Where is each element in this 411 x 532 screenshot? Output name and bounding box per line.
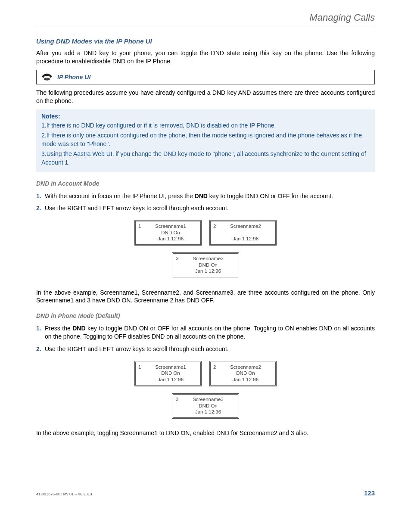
account-mode-heading: DND in Account Mode xyxy=(36,180,375,187)
screen-time: Jan 1 12:96 xyxy=(143,236,198,242)
screen-name: Screenname1 xyxy=(143,223,198,229)
screen-box: 2 Screenname2 DND On Jan 1 12:96 xyxy=(209,361,277,386)
step-item: 1. With the account in focus on the IP P… xyxy=(36,192,375,200)
screen-index: 2 xyxy=(213,364,218,383)
screen-dnd: DND On xyxy=(143,230,198,236)
screen-name: Screenname1 xyxy=(143,364,198,370)
step-text: Use the RIGHT and LEFT arrow keys to scr… xyxy=(45,345,375,353)
step-item: 2. Use the RIGHT and LEFT arrow keys to … xyxy=(36,345,375,353)
step-text: Press the DND key to toggle DND ON or OF… xyxy=(45,324,375,341)
phone-mode-caption: In the above example, toggling Screennam… xyxy=(36,429,375,437)
screen-box: 2 Screenname2 Jan 1 12:96 xyxy=(209,220,277,246)
page-footer: 41-001376-00 Rev 01 – 06.2013 123 xyxy=(36,489,375,497)
screen-index: 1 xyxy=(138,223,143,242)
footer-doc-id: 41-001376-00 Rev 01 – 06.2013 xyxy=(36,492,92,496)
svg-rect-1 xyxy=(46,78,48,79)
screen-box: 3 Screenname3 DND On Jan 1 12:96 xyxy=(172,252,239,278)
screen-time: Jan 1 12:96 xyxy=(218,376,273,383)
ip-phone-ui-box: IP Phone UI xyxy=(36,70,375,84)
footer-page-number: 123 xyxy=(364,489,375,497)
screen-dnd: DND On xyxy=(143,370,198,376)
screen-index: 2 xyxy=(213,223,218,242)
screen-time: Jan 1 12:96 xyxy=(143,376,198,383)
notes-box: Notes: 1.If there is no DND key configur… xyxy=(36,109,375,172)
step-number: 2. xyxy=(36,345,45,353)
screen-time: Jan 1 12:96 xyxy=(181,268,235,274)
intro-paragraph: After you add a DND key to your phone, y… xyxy=(36,49,375,65)
phone-mode-heading: DND in Phone Mode (Default) xyxy=(36,312,375,319)
ip-phone-ui-label: IP Phone UI xyxy=(57,74,90,81)
screen-box: 1 Screenname1 DND On Jan 1 12:96 xyxy=(134,361,202,386)
step-number: 2. xyxy=(36,204,45,212)
notes-item: 2.If there is only one account configure… xyxy=(41,131,370,148)
screen-name: Screenname3 xyxy=(181,255,235,261)
step-item: 2. Use the RIGHT and LEFT arrow keys to … xyxy=(36,204,375,212)
screen-box: 1 Screenname1 DND On Jan 1 12:96 xyxy=(134,220,202,246)
assume-paragraph: The following procedures assume you have… xyxy=(36,89,375,105)
screen-box: 3 Screenname3 DND On Jan 1 12:96 xyxy=(172,393,239,419)
screen-dnd: DND On xyxy=(181,262,235,268)
screen-index: 3 xyxy=(176,255,181,274)
header-rule xyxy=(36,27,375,27)
screen-name: Screenname2 xyxy=(218,223,273,229)
screen-index: 1 xyxy=(138,364,143,383)
step-text: With the account in focus on the IP Phon… xyxy=(45,192,375,200)
account-mode-screens: 1 Screenname1 DND On Jan 1 12:96 2 Scree… xyxy=(36,220,375,278)
screen-name: Screenname3 xyxy=(181,396,235,402)
step-item: 1. Press the DND key to toggle DND ON or… xyxy=(36,324,375,341)
notes-item: 3.Using the Aastra Web UI, if you change… xyxy=(41,150,370,167)
phone-icon xyxy=(41,73,53,81)
screen-time: Jan 1 12:96 xyxy=(181,409,235,415)
screen-name: Screenname2 xyxy=(218,364,273,370)
screen-dnd xyxy=(218,230,273,236)
step-number: 1. xyxy=(36,192,45,200)
step-number: 1. xyxy=(36,324,45,341)
phone-mode-screens: 1 Screenname1 DND On Jan 1 12:96 2 Scree… xyxy=(36,361,375,419)
screen-time: Jan 1 12:96 xyxy=(218,236,273,242)
screen-dnd: DND On xyxy=(218,370,273,376)
section-heading-dnd-modes: Using DND Modes via the IP Phone UI xyxy=(36,37,375,45)
screen-index: 3 xyxy=(176,396,181,415)
step-text: Use the RIGHT and LEFT arrow keys to scr… xyxy=(45,204,375,212)
page-header-title: Managing Calls xyxy=(36,12,375,27)
notes-heading: Notes: xyxy=(41,113,370,120)
notes-item: 1.If there is no DND key configured or i… xyxy=(41,121,370,130)
account-mode-caption: In the above example, Screenname1, Scree… xyxy=(36,289,375,305)
screen-dnd: DND On xyxy=(181,403,235,409)
